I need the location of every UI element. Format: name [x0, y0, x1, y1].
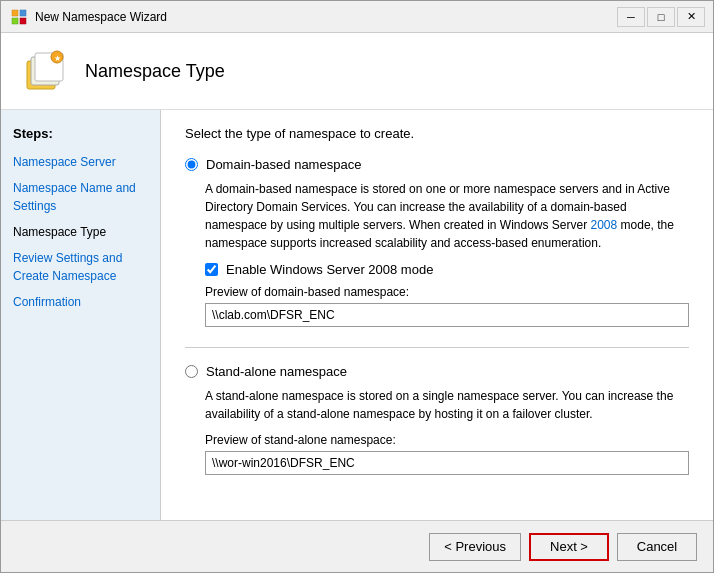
window-icon [9, 7, 29, 27]
svg-rect-1 [20, 10, 26, 16]
domain-based-description: A domain-based namespace is stored on on… [205, 180, 689, 252]
sidebar-item-namespace-name[interactable]: Namespace Name and Settings [1, 175, 160, 219]
standalone-description: A stand-alone namespace is stored on a s… [205, 387, 689, 423]
sidebar-item-namespace-server[interactable]: Namespace Server [1, 149, 160, 175]
domain-based-label[interactable]: Domain-based namespace [206, 157, 361, 172]
domain-based-radio[interactable] [185, 158, 198, 171]
sidebar-item-namespace-type: Namespace Type [1, 219, 160, 245]
divider [185, 347, 689, 348]
wizard-footer: < Previous Next > Cancel [1, 520, 713, 572]
wizard-main: Select the type of namespace to create. … [161, 110, 713, 520]
window-title: New Namespace Wizard [35, 10, 617, 24]
previous-button[interactable]: < Previous [429, 533, 521, 561]
close-button[interactable]: ✕ [677, 7, 705, 27]
svg-rect-0 [12, 10, 18, 16]
domain-preview-input[interactable] [205, 303, 689, 327]
windows-2008-checkbox-row: Enable Windows Server 2008 mode [205, 262, 689, 277]
minimize-button[interactable]: ─ [617, 7, 645, 27]
page-description: Select the type of namespace to create. [185, 126, 689, 141]
maximize-button[interactable]: □ [647, 7, 675, 27]
windows-2008-checkbox[interactable] [205, 263, 218, 276]
standalone-radio[interactable] [185, 365, 198, 378]
wizard-icon: ★ [21, 47, 69, 95]
wizard-window: New Namespace Wizard ─ □ ✕ ★ Namespace T… [0, 0, 714, 573]
windows-2008-label[interactable]: Enable Windows Server 2008 mode [226, 262, 433, 277]
standalone-group: Stand-alone namespace A stand-alone name… [185, 364, 689, 475]
standalone-label[interactable]: Stand-alone namespace [206, 364, 347, 379]
domain-based-radio-row: Domain-based namespace [185, 157, 689, 172]
wizard-body: Steps: Namespace Server Namespace Name a… [1, 110, 713, 520]
svg-rect-2 [12, 18, 18, 24]
sidebar-item-review-settings[interactable]: Review Settings and Create Namespace [1, 245, 160, 289]
title-bar: New Namespace Wizard ─ □ ✕ [1, 1, 713, 33]
next-button[interactable]: Next > [529, 533, 609, 561]
page-title: Namespace Type [85, 61, 225, 82]
domain-based-group: Domain-based namespace A domain-based na… [185, 157, 689, 327]
domain-preview-label: Preview of domain-based namespace: [205, 285, 689, 299]
standalone-preview-input[interactable] [205, 451, 689, 475]
cancel-button[interactable]: Cancel [617, 533, 697, 561]
sidebar-item-confirmation[interactable]: Confirmation [1, 289, 160, 315]
wizard-sidebar: Steps: Namespace Server Namespace Name a… [1, 110, 161, 520]
svg-text:★: ★ [54, 54, 61, 63]
standalone-radio-row: Stand-alone namespace [185, 364, 689, 379]
svg-rect-3 [20, 18, 26, 24]
standalone-preview-label: Preview of stand-alone namespace: [205, 433, 689, 447]
steps-label: Steps: [1, 122, 160, 149]
window-controls: ─ □ ✕ [617, 7, 705, 27]
wizard-header: ★ Namespace Type [1, 33, 713, 110]
